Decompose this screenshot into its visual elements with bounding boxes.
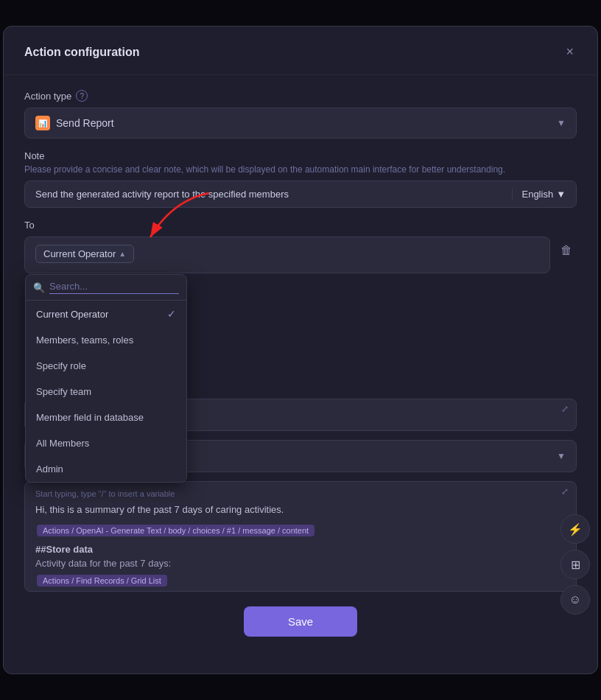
floating-actions: ⚡ ⊞ ☺ [560,514,590,615]
summary-text: Hi, this is a summary of the past 7 days… [35,503,284,517]
note-section: Note Please provide a concise and clear … [24,150,577,208]
action-type-dropdown[interactable]: 📊 Send Report ▼ [24,108,577,139]
dropdown-item-specify-team[interactable]: Specify team [26,379,186,405]
dropdown-search-input[interactable] [49,281,179,294]
recipient-dropdown-menu: 🔍 Current Operator ✓ Members, teams, rol… [25,274,187,483]
chip-chevron: ▲ [119,250,126,258]
dropdown-item-current-operator[interactable]: Current Operator ✓ [26,301,186,327]
modal-body: Action type ? 📊 Send Report ▼ Note Pleas… [4,75,597,659]
save-button[interactable]: Save [244,606,357,637]
field-dropdown-chevron: ▼ [557,451,566,461]
note-value: Send the generated activity report to th… [35,189,512,200]
recipient-chip[interactable]: Current Operator ▲ [35,245,134,263]
language-value: English [521,189,553,200]
tag-container-1: Actions / OpenAI - Generate Text / body … [35,523,316,538]
help-icon[interactable]: ? [76,90,88,102]
dropdown-item-specify-role[interactable]: Specify role [26,353,186,379]
recipient-chip-text: Current Operator [43,248,116,259]
expand-icon-1[interactable]: ⤢ [561,404,569,414]
note-description: Please provide a concise and clear note,… [24,164,577,175]
field-row-3: Start typing, type "/" to insert a varia… [24,481,577,592]
activity-text: Activity data for the past 7 days: [35,558,171,569]
tag-pill-2: Actions / Find Records / Grid List [37,575,167,587]
language-chevron: ▼ [556,189,566,200]
dropdown-item-member-field[interactable]: Member field in database [26,405,186,430]
action-type-label: Action type ? [24,90,577,102]
dropdown-search-row: 🔍 [26,275,186,301]
action-configuration-modal: Action configuration × Action type ? 📊 S… [3,26,598,674]
action-type-field: Action type ? 📊 Send Report ▼ [24,90,577,139]
to-label: To [24,220,577,231]
to-row: Current Operator ▲ 🔍 Current Operator [24,237,577,273]
tag-pill-1: Actions / OpenAI - Generate Text / body … [37,525,314,536]
dropdown-item-admin[interactable]: Admin [26,456,186,482]
apps-fab[interactable]: ⊞ [560,550,590,579]
action-type-inner: 📊 Send Report [35,116,114,130]
action-type-chevron: ▼ [557,118,566,128]
to-section: To Curr [24,220,577,273]
tag-container-2: Actions / Find Records / Grid List [35,573,169,588]
note-label: Note [24,150,577,161]
modal-header: Action configuration × [4,27,597,75]
expand-icon-3[interactable]: ⤢ [561,486,569,497]
check-icon: ✓ [167,308,176,320]
field-content-3[interactable]: Start typing, type "/" to insert a varia… [24,481,577,592]
dropdown-item-all-members[interactable]: All Members [26,430,186,456]
dropdown-item-members-teams-roles[interactable]: Members, teams, roles [26,327,186,353]
recipient-box: Current Operator ▲ 🔍 Current Operator [24,237,550,273]
store-heading: ##Store data [35,544,93,555]
action-type-value: Send Report [56,117,114,129]
language-selector[interactable]: English ▼ [512,189,566,200]
field-hint: Start typing, type "/" to insert a varia… [35,489,175,498]
close-button[interactable]: × [563,41,577,63]
search-icon: 🔍 [33,282,45,293]
face-fab[interactable]: ☺ [560,585,590,615]
action-type-icon: 📊 [35,116,50,130]
note-input-wrapper[interactable]: Send the generated activity report to th… [24,181,577,208]
modal-title: Action configuration [24,46,139,59]
delete-recipient-button[interactable]: 🗑 [556,239,577,262]
translate-fab[interactable]: ⚡ [560,514,590,544]
modal-backdrop: Action configuration × Action type ? 📊 S… [0,0,601,700]
